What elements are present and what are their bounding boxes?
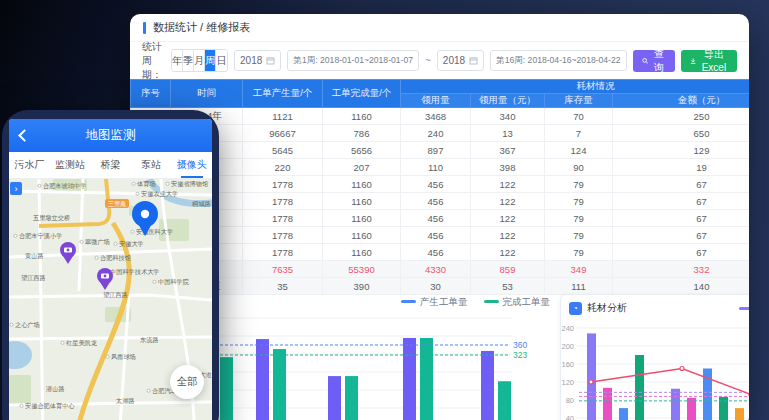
table-cell: 250 (613, 108, 750, 125)
table-cell: 67 (613, 227, 750, 244)
search-icon (642, 56, 649, 66)
week-from-input[interactable]: 第1周: 2018-01-01~2018-01-07 (287, 50, 419, 71)
phone-mockup: 地图监测 污水厂 监测站 桥梁 泵站 摄像头 (2, 110, 219, 420)
legend-label-completed: 完成工单量 (503, 296, 551, 307)
table-row: 6177811604561227967 (131, 193, 750, 210)
table-cell: 349 (545, 261, 613, 278)
map-label: 安徽合肥体育中心 (25, 402, 75, 410)
subcol-amount: 金额（元） (613, 94, 750, 108)
table-cell: 67 (613, 193, 750, 210)
table-cell: 1778 (243, 193, 323, 210)
tab-monitor-station[interactable]: 监测站 (50, 152, 91, 178)
phone-tab-bar: 污水厂 监测站 桥梁 泵站 摄像头 (9, 152, 212, 179)
table-cell: 67 (613, 210, 750, 227)
table-cell: 122 (471, 176, 545, 193)
map-label: 东流路 (140, 336, 159, 344)
table-cell: 124 (545, 142, 613, 159)
table-cell: 1121 (243, 108, 323, 125)
total-row: 合计7635553904330859349332 (131, 261, 750, 278)
legend-swatch-created (401, 300, 416, 303)
table-cell: 122 (471, 244, 545, 261)
map-expander-toggle[interactable]: › (10, 182, 22, 195)
map-label: 潜山路 (46, 385, 65, 393)
week-to-value: 第16周: 2018-04-16~2018-04-22 (496, 55, 620, 67)
camera-pin[interactable] (97, 268, 113, 290)
road-badge: 三里庵 (105, 199, 129, 208)
table-cell: 79 (545, 176, 613, 193)
period-week-button[interactable]: 周 (205, 50, 216, 71)
tab-bridge[interactable]: 桥梁 (90, 152, 131, 178)
average-row: 平均值353903053111140 (131, 278, 750, 295)
year-to-select[interactable]: 2018 (437, 50, 484, 71)
table-row: 296667786240137650 (131, 125, 750, 142)
period-day-button[interactable]: 日 (216, 50, 227, 71)
table-cell: 110 (401, 159, 471, 176)
range-separator: ~ (425, 55, 431, 66)
table-cell: 1160 (323, 227, 401, 244)
table-cell: 398 (471, 159, 545, 176)
back-chevron-icon[interactable] (18, 129, 31, 142)
map-label: 之心广场 (15, 321, 40, 329)
period-quarter-button[interactable]: 季 (183, 50, 194, 71)
legend-label-created: 产生工单量 (420, 296, 468, 307)
table-cell: 367 (471, 142, 545, 159)
svg-text:240: 240 (561, 324, 574, 333)
year-from-select[interactable]: 2018 (234, 50, 281, 71)
col-header-created: 工单产生量/个 (243, 80, 323, 108)
table-row: 12014年11211160346834070250 (131, 108, 750, 125)
subcol-requisition-yuan: 领用量（元） (471, 94, 545, 108)
table-cell: 7 (545, 125, 613, 142)
week-to-input[interactable]: 第16周: 2018-04-16~2018-04-22 (490, 50, 626, 71)
download-icon (690, 56, 696, 66)
table-row: 7177811604561227967 (131, 210, 750, 227)
workorder-chart: 产生工单量 完成工单量 360323 (216, 295, 550, 420)
period-segmented-control: 年 季 月 周 日 (171, 49, 228, 72)
tab-sewage-plant[interactable]: 污水厂 (9, 152, 50, 178)
map-label: 五里墩立交桥 (33, 214, 70, 222)
table-cell: 30 (401, 278, 471, 295)
tab-pump-station[interactable]: 泵站 (131, 152, 172, 178)
table-cell: 456 (401, 210, 471, 227)
show-all-button[interactable]: 全部 (170, 365, 204, 399)
svg-text:120: 120 (561, 378, 574, 387)
export-excel-button[interactable]: 导出Excel (681, 50, 737, 72)
table-cell: 220 (243, 159, 323, 176)
query-button[interactable]: 查询 (633, 50, 675, 72)
legend-item-created[interactable]: 产生工单量 (401, 296, 468, 309)
table-cell: 1160 (323, 210, 401, 227)
table-cell: 79 (545, 193, 613, 210)
table-cell: 207 (323, 159, 401, 176)
col-group-consumables: 耗材情况 (401, 80, 750, 94)
map-view[interactable]: 三里庵 合肥市琥珀中学体育场安徽农业大学安徽省博物馆桐城路五里墩立交桥安徽医科大… (9, 179, 212, 420)
map-label: 风雨球场 (111, 353, 136, 361)
map-label: 太湖路 (116, 397, 135, 405)
subcol-stock: 库存量 (545, 94, 613, 108)
table-cell: 456 (401, 244, 471, 261)
consumable-chart-legend-swatch (739, 307, 749, 310)
filter-label: 统计周期： (142, 40, 165, 82)
table-cell: 456 (401, 193, 471, 210)
table-cell: 7635 (243, 261, 323, 278)
map-label: 望江西路 (21, 274, 46, 282)
map-label: 桐城路 (191, 200, 211, 208)
period-month-button[interactable]: 月 (194, 50, 205, 71)
workorder-bar-chart-plot: 360323 (216, 309, 550, 420)
consumable-chart-header: ◔ 耗材分析 (561, 295, 749, 317)
legend-item-completed[interactable]: 完成工单量 (484, 296, 551, 309)
table-cell: 53 (471, 278, 545, 295)
table-cell: 90 (545, 159, 613, 176)
report-table: 序号 时间 工单产生量/个 工单完成量/个 耗材情况 领用量 领用量（元） 库存… (130, 79, 749, 295)
tab-camera[interactable]: 摄像头 (171, 152, 212, 178)
map-label: 合肥科技馆 (100, 254, 132, 262)
map-label: 翠微广场 (85, 238, 110, 246)
svg-text:160: 160 (561, 360, 574, 369)
table-cell: 79 (545, 227, 613, 244)
period-year-button[interactable]: 年 (172, 50, 183, 71)
camera-pin[interactable] (60, 242, 76, 264)
table-cell: 96667 (243, 125, 323, 142)
table-cell: 4330 (401, 261, 471, 278)
table-cell: 240 (401, 125, 471, 142)
calendar-icon (469, 56, 478, 65)
dashboard-card: 数据统计 / 维修报表 统计周期： 年 季 月 周 日 2018 第1周: 20… (130, 14, 749, 420)
col-header-completed: 工单完成量/个 (323, 80, 401, 108)
